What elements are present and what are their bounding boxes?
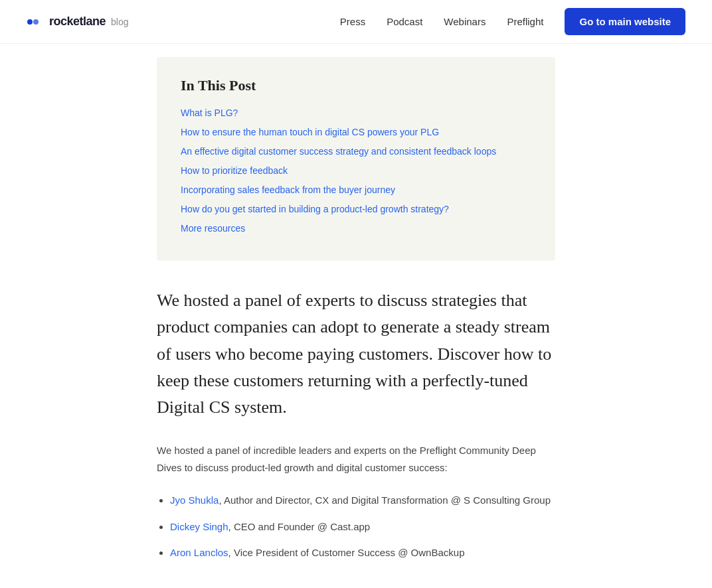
toc-link-get-started[interactable]: How do you get started in building a pro… [181,204,449,214]
expert-aron-lanclos-desc: , Vice President of Customer Success @ O… [228,547,465,558]
toc-link-human-touch[interactable]: How to ensure the human touch in digital… [181,127,439,137]
logo-icon [27,15,45,29]
toc-link-prioritize-feedback[interactable]: How to prioritize feedback [181,165,288,176]
logo-blog-label: blog [111,17,128,27]
experts-list: Jyo Shukla, Author and Director, CX and … [157,492,555,561]
expert-jyo-shukla-desc: , Author and Director, CX and Digital Tr… [219,494,551,506]
expert-dickey-singh-desc: , CEO and Founder @ Cast.app [228,521,371,532]
toc-link-effective-strategy[interactable]: An effective digital customer success st… [181,146,496,157]
list-item: How to prioritize feedback [181,164,531,178]
in-this-post-title: In This Post [181,77,531,94]
go-to-main-website-button[interactable]: Go to main website [565,8,685,35]
list-item: How do you get started in building a pro… [181,202,531,216]
list-item: An effective digital customer success st… [181,145,531,159]
nav-podcast[interactable]: Podcast [387,16,422,27]
body-paragraph: We hosted a panel of incredible leaders … [157,442,555,476]
expert-dickey-singh-link[interactable]: Dickey Singh [170,521,228,532]
svg-point-0 [27,19,33,25]
list-item: Aron Lanclos, Vice President of Customer… [170,544,555,561]
in-this-post-box: In This Post What is PLG? How to ensure … [157,57,555,261]
nav-press[interactable]: Press [340,16,365,27]
svg-point-1 [33,19,39,25]
expert-jyo-shukla-link[interactable]: Jyo Shukla [170,494,219,506]
site-header: rocketlane blog Press Podcast Webinars P… [0,0,712,44]
nav-webinars[interactable]: Webinars [444,16,486,27]
logo[interactable]: rocketlane blog [27,15,129,29]
nav-preflight[interactable]: Preflight [507,16,543,27]
list-item: Dickey Singh, CEO and Founder @ Cast.app [170,518,555,536]
list-item: What is PLG? [181,106,531,120]
main-nav: Press Podcast Webinars Preflight Go to m… [340,8,685,35]
intro-paragraph: We hosted a panel of experts to discuss … [157,287,555,421]
main-content: In This Post What is PLG? How to ensure … [143,44,569,588]
expert-aron-lanclos-link[interactable]: Aron Lanclos [170,547,228,558]
list-item: Incorporating sales feedback from the bu… [181,183,531,197]
toc-link-what-is-plg[interactable]: What is PLG? [181,108,238,118]
list-item: How to ensure the human touch in digital… [181,125,531,139]
in-this-post-list: What is PLG? How to ensure the human tou… [181,106,531,236]
list-item: Jyo Shukla, Author and Director, CX and … [170,492,555,509]
toc-link-sales-feedback[interactable]: Incorporating sales feedback from the bu… [181,184,395,195]
logo-name: rocketlane [49,15,106,29]
toc-link-more-resources[interactable]: More resources [181,223,245,234]
list-item: More resources [181,222,531,236]
